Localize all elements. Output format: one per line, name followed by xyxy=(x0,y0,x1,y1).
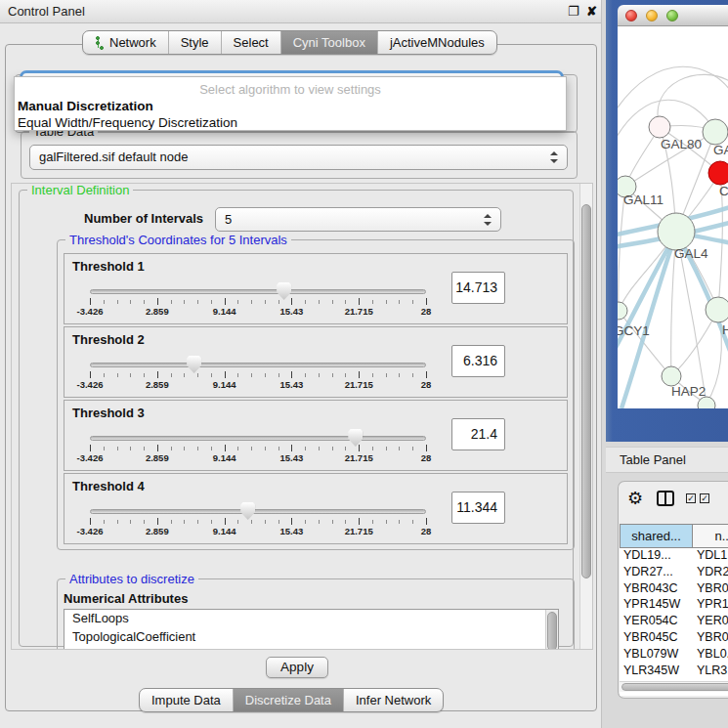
network-node[interactable] xyxy=(618,302,627,320)
tick-mark xyxy=(359,518,360,525)
cell-name: YBL0... xyxy=(693,647,728,664)
slider-handle[interactable] xyxy=(348,429,363,447)
control-panel-window: Control Panel ❐ ✘ NetworkStyleSelectCyni… xyxy=(0,0,602,728)
attributes-title: Attributes to discretize xyxy=(65,572,198,586)
slider-handle[interactable] xyxy=(277,282,291,300)
apply-button[interactable]: Apply xyxy=(266,657,328,678)
gear-icon[interactable]: ⚙ xyxy=(627,488,643,509)
table-row[interactable]: YPR145WYPR1... xyxy=(620,597,728,614)
tab-style[interactable]: Style xyxy=(168,31,221,54)
tab-infer-network[interactable]: Infer Network xyxy=(343,689,443,711)
threshold-label: Threshold 3 xyxy=(72,406,145,420)
tab-label: Impute Data xyxy=(151,689,221,711)
option-equal-width-frequency[interactable]: Equal Width/Frequency Discretization xyxy=(18,115,237,130)
attribute-item-selfloops[interactable]: SelfLoops xyxy=(64,610,558,628)
threshold-value-field[interactable]: 14.713 xyxy=(451,272,505,304)
tick-mark xyxy=(426,371,427,378)
list-scrollbar-thumb[interactable] xyxy=(547,612,557,650)
table-row[interactable]: YDR27...YDR2... xyxy=(620,565,728,581)
algorithm-hint: Select algorithm to view settings xyxy=(15,82,566,97)
slider-ticks xyxy=(90,373,427,377)
close-traffic-light-icon[interactable] xyxy=(625,10,637,21)
network-window-titlebar[interactable] xyxy=(618,5,728,26)
threshold-value-field[interactable]: 21.4 xyxy=(451,418,505,450)
table-row[interactable]: YDL19...YDL1... xyxy=(620,548,728,565)
slider-handle[interactable] xyxy=(187,356,201,373)
table-data-combo[interactable]: galFiltered.sif default node xyxy=(29,145,568,170)
attribute-item-topologicalcoefficient[interactable]: TopologicalCoefficient xyxy=(64,628,558,647)
control-panel-titlebar[interactable]: Control Panel ❐ ✘ xyxy=(0,0,601,23)
cell-shared-name: YBR043C xyxy=(620,581,693,598)
table-row[interactable]: YBR045CYBR0... xyxy=(620,630,728,647)
combo-arrows-icon[interactable] xyxy=(550,151,558,163)
tick-label: 28 xyxy=(421,526,432,536)
tab-impute-data[interactable]: Impute Data xyxy=(140,689,233,711)
threshold-value-field[interactable]: 6.316 xyxy=(451,345,505,377)
tick-label: 15.43 xyxy=(280,452,304,463)
network-node[interactable] xyxy=(662,366,681,386)
table-hscroll-thumb[interactable] xyxy=(621,683,728,691)
attribute-item-betweennesscentrality[interactable]: BetweennessCentrality xyxy=(64,646,558,650)
tab-jactivemnodules[interactable]: jActiveMNodules xyxy=(377,31,496,54)
float-window-icon[interactable]: ❐ xyxy=(568,4,579,19)
column-header-shared-name[interactable]: shared... xyxy=(620,524,693,548)
tab-network[interactable]: Network xyxy=(83,31,168,54)
network-edge xyxy=(618,66,728,116)
tab-label: Network xyxy=(109,31,156,54)
tick-label: 2.859 xyxy=(146,452,169,463)
close-icon[interactable]: ✘ xyxy=(586,4,597,19)
column-header-name[interactable]: n... xyxy=(693,524,728,548)
list-scrollbar[interactable] xyxy=(545,610,558,650)
tab-discretize-data[interactable]: Discretize Data xyxy=(233,689,343,711)
tab-label: Cyni Toolbox xyxy=(293,31,365,54)
tick-label: -3.426 xyxy=(77,306,104,317)
threshold-coordinates-group: Threshold's Coordinates for 5 Intervals … xyxy=(57,239,575,550)
table-panel-title: Table Panel xyxy=(620,452,686,467)
column-layout-icon[interactable] xyxy=(657,491,674,506)
slider-handle[interactable] xyxy=(240,502,255,520)
cell-name: YER0... xyxy=(693,614,728,630)
settings-vertical-scrollbar[interactable] xyxy=(579,184,592,649)
network-canvas[interactable]: GAL80GACGAL11GAL4GCY1HHAP2 xyxy=(618,26,728,408)
table-panel-titlebar[interactable]: Table Panel xyxy=(606,447,728,473)
settings-scrollbar-thumb[interactable] xyxy=(581,204,591,578)
tab-label: Select xyxy=(234,31,269,54)
table-row[interactable]: YBL079WYBL0... xyxy=(620,647,728,664)
slider-track[interactable] xyxy=(90,289,426,294)
network-node[interactable] xyxy=(658,213,695,250)
numerical-attributes-label: Numerical Attributes xyxy=(64,591,188,606)
threshold-panel-1: Threshold 1-3.4262.8599.14415.4321.71528… xyxy=(64,253,568,324)
network-node[interactable] xyxy=(706,297,728,322)
table-row[interactable]: YBR043CYBR0... xyxy=(620,581,728,598)
tab-select[interactable]: Select xyxy=(221,31,280,54)
network-node[interactable] xyxy=(649,116,670,138)
combo-arrows-icon[interactable] xyxy=(484,214,492,226)
option-manual-discretization[interactable]: Manual Discretization xyxy=(18,99,153,113)
table-horizontal-scrollbar[interactable] xyxy=(620,681,728,692)
minimize-traffic-light-icon[interactable] xyxy=(646,10,658,21)
slider-track[interactable] xyxy=(90,363,426,367)
table-row[interactable]: YLR345WYLR3... xyxy=(620,664,728,680)
network-node[interactable] xyxy=(703,119,728,145)
numerical-attributes-list[interactable]: SelfLoopsTopologicalCoefficientBetweenne… xyxy=(64,609,559,650)
node-label-ga: GA xyxy=(713,143,728,157)
checkbox-icon[interactable]: ✓ xyxy=(700,493,709,503)
node-label-h: H xyxy=(722,322,728,337)
threshold-panel-3: Threshold 3-3.4262.8599.14415.4321.71528… xyxy=(64,400,568,471)
tick-mark xyxy=(225,298,226,305)
slider-track[interactable] xyxy=(90,509,426,514)
slider-track[interactable] xyxy=(90,436,426,441)
tick-label: 2.859 xyxy=(146,306,169,317)
threshold-value-field[interactable]: 11.344 xyxy=(451,492,505,524)
table-data-combo-value: galFiltered.sif default node xyxy=(39,146,188,169)
checkbox-icon[interactable]: ✓ xyxy=(686,493,696,503)
cell-name: YLR3... xyxy=(693,664,728,680)
network-node[interactable] xyxy=(708,161,728,185)
attributes-group: Attributes to discretize Numerical Attri… xyxy=(57,578,575,650)
table-row[interactable]: YER054CYER0... xyxy=(620,614,728,630)
zoom-traffic-light-icon[interactable] xyxy=(666,10,678,21)
number-of-intervals-combo[interactable]: 5 xyxy=(215,207,501,232)
tab-cyni-toolbox[interactable]: Cyni Toolbox xyxy=(280,31,377,54)
tick-mark xyxy=(90,298,91,305)
tab-label: Style xyxy=(181,31,209,54)
